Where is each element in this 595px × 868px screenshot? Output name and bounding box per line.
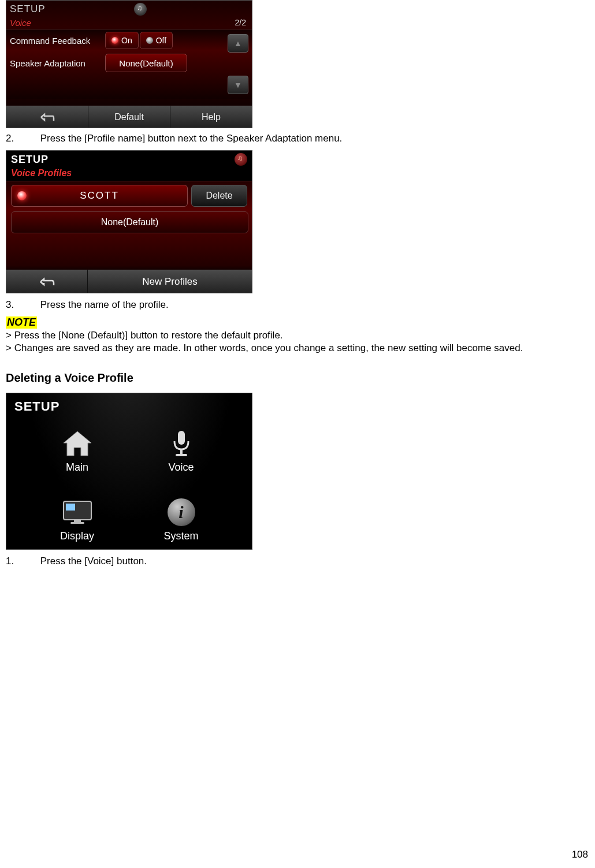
default-button[interactable]: Default (88, 106, 170, 128)
step-3-number: 3. (6, 299, 38, 311)
help-button[interactable]: Help (170, 106, 252, 128)
svg-rect-5 (70, 522, 84, 524)
command-feedback-off-button[interactable]: Off (140, 32, 173, 49)
tile-main[interactable]: Main (46, 428, 109, 474)
note-line-2: > Changes are saved as they are made. In… (6, 342, 589, 354)
chevron-up-icon: ▲ (234, 39, 242, 48)
screenshot-voice-profiles: SETUP Voice Profiles SCOTT Delete None(D… (6, 150, 252, 293)
svg-rect-0 (178, 431, 185, 445)
setup-title-3: SETUP (6, 393, 252, 414)
note-line-1: > Press the [None (Default)] button to r… (6, 330, 589, 341)
svg-rect-4 (74, 520, 81, 522)
tile-system-label: System (163, 530, 198, 542)
back-arrow-icon (40, 113, 55, 122)
setup-title-2: SETUP (11, 154, 49, 166)
tile-voice[interactable]: Voice (150, 428, 213, 474)
info-icon: i (163, 497, 200, 528)
voice-profiles-section-label: Voice Profiles (6, 167, 252, 181)
tile-system[interactable]: i System (150, 497, 213, 542)
radio-selected-icon (17, 191, 27, 200)
music-icon (134, 3, 147, 16)
page-indicator: 2/2 (235, 18, 246, 28)
back-button-2[interactable] (6, 270, 88, 293)
step-1-text: Press the [Voice] button. (40, 556, 147, 567)
voice-section-label: Voice (10, 18, 31, 28)
on-label: On (121, 36, 132, 45)
delete-label: Delete (206, 191, 232, 201)
note-label: NOTE (6, 316, 37, 329)
step-3-text: Press the name of the profile. (40, 299, 169, 310)
tile-display-label: Display (60, 530, 94, 542)
command-feedback-on-button[interactable]: On (105, 32, 139, 49)
step-2-text: Press the [Profile name] button next to … (40, 133, 343, 144)
command-feedback-label: Command Feedback (10, 36, 105, 46)
radio-selected-icon (111, 37, 118, 44)
profile-scott-button[interactable]: SCOTT (11, 185, 188, 207)
scroll-up-button[interactable]: ▲ (228, 34, 248, 53)
none-default-label: None(Default) (101, 217, 159, 228)
step-2: 2. Press the [Profile name] button next … (6, 133, 589, 144)
speaker-adaptation-label: Speaker Adaptation (10, 58, 105, 68)
back-button[interactable] (6, 106, 88, 128)
radio-unselected-icon (146, 37, 153, 44)
profile-value: None(Default) (119, 58, 173, 68)
help-label: Help (202, 112, 221, 122)
tile-main-label: Main (66, 461, 88, 474)
setup-title: SETUP (10, 3, 46, 15)
scroll-down-button[interactable]: ▼ (228, 76, 248, 94)
home-icon (59, 428, 96, 459)
svg-rect-1 (180, 449, 183, 454)
new-profiles-label: New Profiles (142, 276, 197, 288)
section-heading-deleting: Deleting a Voice Profile (6, 371, 589, 385)
display-icon (59, 497, 96, 528)
music-icon (235, 153, 247, 166)
profile-name-label: SCOTT (80, 190, 119, 202)
back-arrow-icon (39, 277, 55, 287)
svg-rect-2 (176, 454, 187, 456)
step-1-number: 1. (6, 556, 38, 567)
step-2-number: 2. (6, 133, 38, 144)
chevron-down-icon: ▼ (234, 80, 242, 90)
microphone-icon (163, 428, 200, 459)
speaker-adaptation-profile-button[interactable]: None(Default) (105, 54, 187, 72)
delete-profile-button[interactable]: Delete (191, 185, 247, 207)
step-1: 1. Press the [Voice] button. (6, 556, 589, 567)
tile-voice-label: Voice (168, 461, 194, 474)
default-label: Default (114, 112, 144, 122)
none-default-profile-button[interactable]: None(Default) (11, 211, 248, 233)
tile-display[interactable]: Display (46, 497, 109, 542)
step-3: 3. Press the name of the profile. (6, 299, 589, 311)
screenshot-setup-tiles: SETUP Main Vo (6, 393, 252, 550)
off-label: Off (156, 36, 166, 45)
new-profiles-button[interactable]: New Profiles (88, 270, 252, 293)
screenshot-voice-settings: SETUP Voice 2/2 Command Feedback On Off (6, 0, 252, 128)
